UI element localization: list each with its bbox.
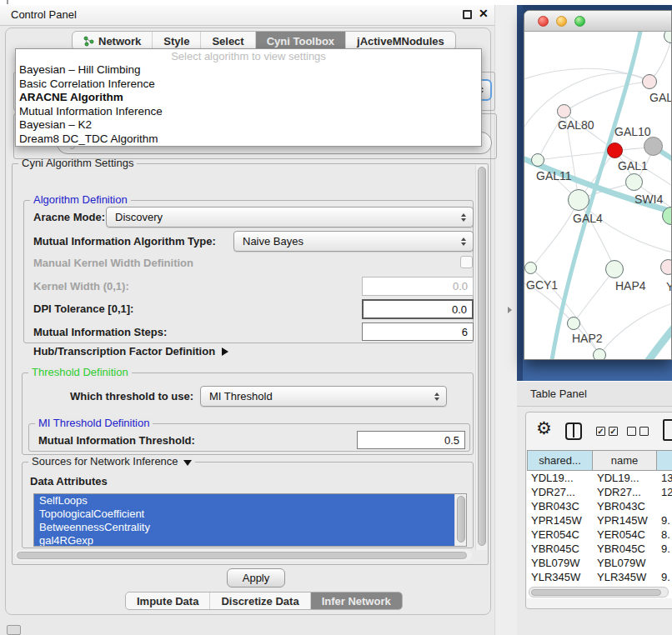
cell: YBL079W — [527, 556, 593, 570]
table-row[interactable]: YPR145WYPR145W9. — [527, 513, 672, 528]
table-row[interactable]: YDL19...YDL19...13 — [527, 471, 672, 485]
settings-vertical-scrollbar-thumb[interactable] — [478, 167, 486, 546]
hub-definition-toggle[interactable]: Hub/Transcription Factor Definition — [33, 345, 228, 358]
table-panel-title: Table Panel — [517, 382, 672, 407]
table-row[interactable]: YDR27...YDR27...12 — [527, 485, 672, 499]
list-vertical-scrollbar[interactable] — [454, 494, 466, 546]
dropdown-item-selected[interactable]: ARACNE Algorithm — [16, 91, 481, 105]
column-header-partial[interactable] — [657, 450, 672, 471]
minimize-window-button[interactable] — [556, 16, 567, 27]
dropdown-item[interactable]: Basic Correlation Inference — [16, 78, 481, 92]
cell: YDR27... — [593, 485, 657, 499]
tab-discretize-data-label: Discretize Data — [221, 595, 298, 608]
manual-kernel-checkbox[interactable] — [460, 256, 473, 268]
network-node[interactable] — [625, 173, 643, 191]
network-node[interactable] — [605, 260, 624, 278]
apply-button[interactable]: Apply — [227, 568, 285, 588]
cell: YBL079W — [593, 556, 657, 570]
mi-steps-label: Mutual Information Steps: — [33, 326, 167, 339]
network-node[interactable] — [524, 262, 537, 274]
network-node[interactable] — [557, 104, 571, 118]
table-row[interactable]: YBR045CYBR045C9. — [527, 542, 672, 556]
tab-select[interactable]: Select — [201, 32, 255, 50]
table-row[interactable]: YBL079WYBL079W — [527, 556, 672, 570]
deselect-all-checkbox-icon[interactable] — [627, 427, 636, 436]
network-node[interactable] — [642, 74, 657, 89]
mi-steps-field[interactable]: 6 — [362, 322, 474, 341]
network-node[interactable] — [593, 348, 606, 360]
split-columns-icon[interactable] — [565, 422, 582, 440]
network-node[interactable] — [660, 259, 672, 275]
settings-horizontal-scrollbar[interactable] — [15, 550, 472, 561]
dpi-tolerance-field[interactable]: 0.0 — [362, 299, 474, 319]
select-all-checkbox-icon[interactable]: ✓ — [596, 427, 605, 436]
kernel-width-field[interactable]: 0.0 — [362, 277, 474, 296]
column-header-shared-name[interactable]: shared... — [527, 450, 593, 471]
table-row[interactable]: YER054CYER054C8. — [527, 528, 672, 542]
list-vertical-scrollbar-thumb[interactable] — [457, 496, 465, 542]
tab-impute-data-label: Impute Data — [137, 595, 198, 608]
node-label: HAP2 — [572, 332, 603, 345]
mi-threshold-group-title: MI Threshold Definition — [35, 418, 153, 429]
float-window-button[interactable] — [463, 10, 472, 19]
node-label: GAL — [649, 91, 672, 104]
dropdown-item[interactable]: Bayesian – Hill Climbing — [16, 63, 481, 78]
list-item[interactable]: TopologicalCoefficient — [34, 508, 454, 521]
mi-algorithm-type-combo[interactable]: Naive Bayes — [233, 231, 474, 252]
table-row[interactable]: YBR043CYBR043C — [527, 499, 672, 513]
dropdown-item[interactable]: Mutual Information Inference — [16, 105, 481, 119]
sources-group-toggle[interactable]: Sources for Network Inference — [28, 456, 195, 468]
table-settings-gear-icon[interactable]: ⚙ — [536, 419, 552, 437]
cell: YBR045C — [527, 542, 593, 556]
network-node[interactable] — [567, 317, 580, 330]
tab-jactivemnodules[interactable]: jActiveMNodules — [346, 32, 455, 50]
cell: YER054C — [593, 528, 657, 542]
table-horizontal-scrollbar[interactable] — [529, 587, 669, 598]
aracne-mode-combo[interactable]: Discovery — [106, 207, 474, 228]
document-icon[interactable] — [663, 419, 672, 441]
which-threshold-combo[interactable]: MI Threshold — [200, 386, 447, 407]
table-horizontal-scrollbar-thumb[interactable] — [531, 589, 661, 596]
close-window-button[interactable] — [538, 16, 549, 27]
dropdown-item[interactable]: Bayesian – K2 — [16, 118, 481, 132]
zoom-window-button[interactable] — [574, 16, 585, 27]
deselect-all-checkbox-icon[interactable] — [639, 427, 649, 436]
tab-impute-data[interactable]: Impute Data — [126, 592, 210, 609]
settings-vertical-scrollbar[interactable] — [475, 165, 487, 550]
mi-threshold-field[interactable]: 0.5 — [357, 431, 465, 449]
cell: 8. — [657, 528, 672, 542]
tab-cyni-toolbox[interactable]: Cyni Toolbox — [256, 32, 346, 50]
data-attributes-list[interactable]: SelfLoops TopologicalCoefficient Between… — [33, 493, 467, 547]
close-panel-button[interactable]: ✕ — [479, 7, 489, 20]
tab-discretize-data[interactable]: Discretize Data — [210, 592, 310, 609]
network-node-selected[interactable] — [607, 142, 623, 158]
splitter-arrow-icon[interactable] — [508, 307, 512, 313]
tab-infer-network[interactable]: Infer Network — [311, 592, 402, 609]
network-canvas[interactable]: GAL GAL80 GAL10 GAL1 GAL11 GAL4 SWI4 GCY… — [524, 32, 672, 360]
which-threshold-value: MI Threshold — [209, 390, 273, 402]
mi-steps-value: 6 — [462, 326, 468, 338]
dpi-tolerance-label: DPI Tolerance [0,1]: — [33, 302, 133, 316]
tab-style[interactable]: Style — [153, 32, 201, 50]
node-label: HAP4 — [615, 279, 646, 292]
table-row[interactable]: YLR345WYLR345W9. — [527, 570, 672, 584]
network-node[interactable] — [568, 189, 589, 211]
dropdown-item[interactable]: Dream8 DC_TDC Algorithm — [16, 132, 481, 147]
cell: YDR27... — [527, 485, 593, 499]
tab-network[interactable]: Network — [73, 32, 153, 50]
network-node[interactable] — [531, 153, 544, 167]
cell: YBR043C — [527, 499, 593, 513]
list-item[interactable]: gal4RGexp — [34, 534, 454, 547]
expanded-arrow-icon — [183, 460, 192, 466]
bottom-left-icon[interactable] — [7, 625, 21, 635]
network-window-titlebar[interactable] — [524, 11, 671, 32]
settings-horizontal-scrollbar-thumb[interactable] — [17, 552, 467, 559]
select-all-checkbox-icon[interactable]: ✓ — [609, 427, 618, 436]
list-item[interactable]: BetweennessCentrality — [34, 521, 454, 534]
panel-splitter[interactable] — [494, 5, 517, 635]
network-node[interactable] — [644, 137, 663, 156]
list-item[interactable]: SelfLoops — [34, 494, 454, 508]
node-label: GAL4 — [573, 212, 603, 225]
tab-infer-network-label: Infer Network — [322, 595, 391, 608]
column-header-name[interactable]: name — [593, 450, 657, 471]
